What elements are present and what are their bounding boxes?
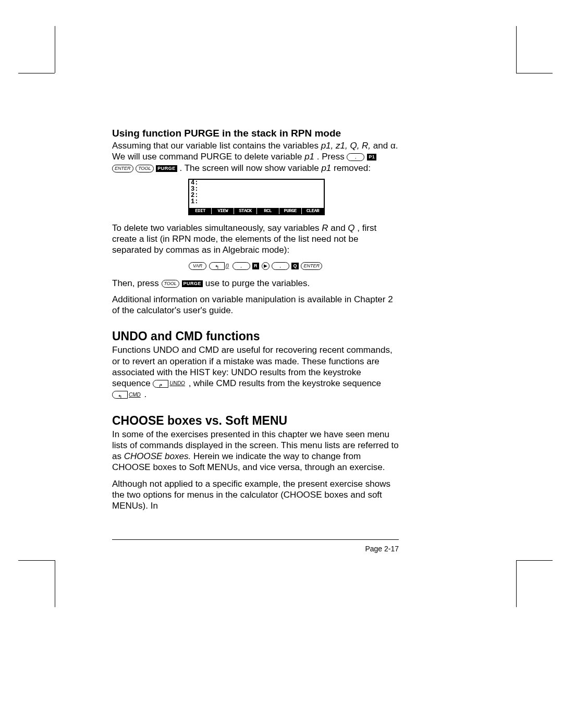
crop-mark [18,560,55,561]
crop-mark [516,73,553,73]
crop-mark [55,26,55,73]
cmd-label: CMD [128,392,142,399]
variable-q: Q [348,223,354,233]
q-softkey: Q [291,263,299,269]
paragraph: Additional information on variable manip… [112,294,399,316]
brace-label: {} [225,263,230,269]
variable-p1: p1 [321,163,331,173]
paragraph: In some of the exercises presented in th… [112,429,399,473]
paragraph: Assuming that our variable list contains… [112,140,399,174]
softmenu-item: PURGE [279,208,302,214]
tick-key: ‚ [232,262,250,270]
text: . [144,389,147,399]
stack-display: 4: 3: 2: 1: [191,180,198,205]
undo-label: UNDO [168,380,186,387]
paragraph: To delete two variables simultaneously, … [112,223,399,256]
calculator-screenshot: 4: 3: 2: 1: EDIT VIEW STACK RCL PURGE CL… [188,179,323,215]
variable-list: p1, z1, Q, R, [321,141,371,151]
text: Then, press [112,278,162,288]
text: To delete two variables simultaneously, … [112,223,322,233]
heading-choose-menu: CHOOSE boxes vs. Soft MENU [112,414,399,428]
stack-line: 4: [191,180,198,186]
var-key: VAR [189,262,206,270]
text: use to purge the variables. [205,278,310,288]
text: Assuming that our variable list contains… [112,141,321,151]
soft-menu: EDIT VIEW STACK RCL PURGE CLEAR [189,208,324,214]
stack-line: 2: [191,192,198,199]
variable-p1: p1 [304,152,314,162]
text: removed: [334,163,371,173]
tick-key: ‚ [347,153,364,161]
crop-mark [516,560,553,561]
arrow-key: ▶ [262,262,270,270]
paragraph: Although not applied to a specific examp… [112,478,399,512]
enter-key: ENTER [112,165,133,172]
softmenu-item: RCL [257,208,279,214]
purge-softkey: PURGE [156,165,177,172]
crop-mark [18,73,55,73]
enter-key: ENTER [301,262,322,270]
softmenu-item: CLEAR [302,208,324,214]
page-content: Using function PURGE in the stack in RPN… [112,128,399,511]
text: , while CMD results from the keystroke s… [189,378,381,388]
left-shift-key [112,391,128,399]
keystroke-sequence: VAR {} ‚ R ▶ ‚ Q ENTER [112,261,399,270]
softmenu-item: VIEW [212,208,234,214]
crop-mark [516,26,517,73]
left-shift-key [209,262,225,270]
page-number: Page 2-17 [112,545,399,553]
purge-softkey: PURGE [182,280,203,287]
stack-line: 3: [191,186,198,192]
heading-undo-cmd: UNDO and CMD functions [112,329,399,343]
variable-r: R [322,223,328,233]
subheading-purge: Using function PURGE in the stack in RPN… [112,128,399,139]
text: . Press [317,152,347,162]
text: . The screen will now show variable [180,163,322,173]
paragraph: Then, press TOOL PURGE use to purge the … [112,278,399,289]
crop-mark [55,560,55,607]
stack-line: 1: [191,199,198,205]
softmenu-item: EDIT [189,208,212,214]
calculator-screen: 4: 3: 2: 1: EDIT VIEW STACK RCL PURGE CL… [188,179,325,215]
crop-mark [516,560,517,607]
text: and [331,223,348,233]
tick-key: ‚ [272,262,289,270]
term-choose-boxes: CHOOSE boxes. [124,451,191,461]
tool-key: TOOL [136,165,153,172]
p1-softkey: P1 [367,154,376,161]
footer-rule [112,539,399,540]
softmenu-item: STACK [234,208,256,214]
tool-key: TOOL [162,280,179,288]
r-softkey: R [252,263,259,269]
paragraph: Functions UNDO and CMD are useful for re… [112,344,399,400]
right-shift-key [153,380,168,388]
